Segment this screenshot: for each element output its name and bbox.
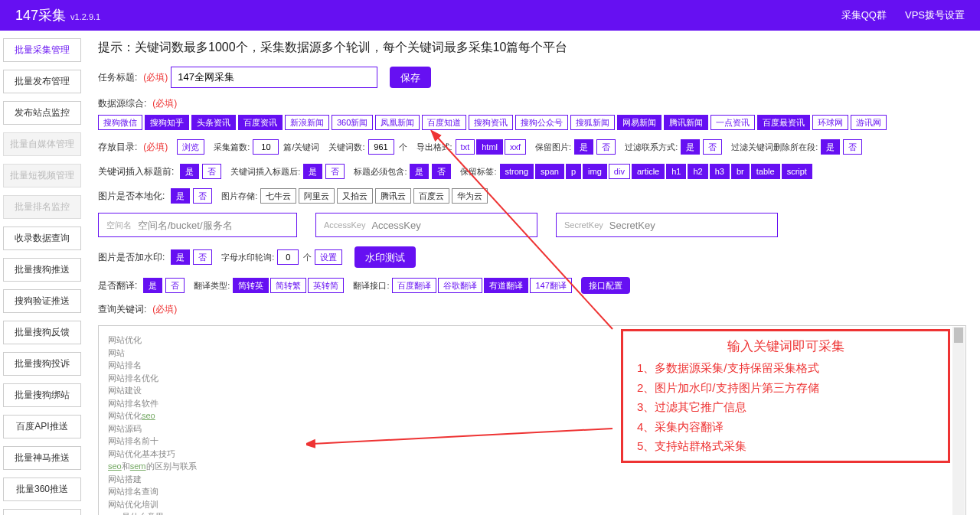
kwinsert-before-label: 关键词插入标题前: (98, 165, 174, 178)
secretkey-input-wrap: SecretKey (556, 213, 778, 237)
keepimg-yes[interactable]: 是 (574, 139, 593, 155)
storage-provider[interactable]: 阿里云 (299, 188, 335, 204)
img-local-no[interactable]: 否 (193, 188, 212, 204)
keep-tag[interactable]: table (751, 164, 780, 179)
storage-provider[interactable]: 七牛云 (260, 188, 296, 204)
keepimg-no[interactable]: 否 (596, 139, 616, 155)
wm-poll-input[interactable] (277, 249, 299, 265)
kwinsert-after-no[interactable]: 否 (325, 164, 345, 179)
storage-provider[interactable]: 华为云 (452, 188, 488, 204)
translate-api[interactable]: 有道翻译 (484, 278, 528, 293)
kwcount-input[interactable] (368, 139, 394, 155)
sidebar-item[interactable]: 批量搜狗推送 (3, 258, 81, 282)
storage-dir-label: 存放目录: (98, 141, 137, 154)
filter-del-no[interactable]: 否 (843, 139, 862, 155)
filter-contact-no[interactable]: 否 (703, 139, 722, 155)
source-tag[interactable]: 搜狗公众号 (515, 115, 568, 130)
source-tag[interactable]: 百度资讯 (238, 115, 283, 130)
format-tag[interactable]: xxf (505, 139, 526, 155)
source-tag[interactable]: 搜狗微信 (98, 115, 142, 130)
keywords-textarea[interactable]: 网站优化网站网站排名网站排名优化网站建设网站排名软件网站优化seo网站源码网站排… (98, 325, 966, 515)
sidebar-item[interactable]: 批量采集管理 (3, 38, 81, 62)
keep-tag[interactable]: img (583, 164, 607, 179)
keep-tag[interactable]: p (566, 164, 581, 179)
translate-type[interactable]: 英转简 (308, 278, 344, 293)
must-contain-no[interactable]: 否 (432, 164, 451, 179)
translate-api[interactable]: 百度翻译 (392, 278, 436, 293)
translate-no[interactable]: 否 (165, 278, 185, 293)
source-tag[interactable]: 百度最资讯 (757, 115, 810, 130)
source-tag[interactable]: 环球网 (812, 115, 848, 130)
keepimg-label: 保留图片: (535, 142, 571, 153)
accesskey-input[interactable] (371, 220, 529, 231)
translate-api[interactable]: 谷歌翻译 (438, 278, 482, 293)
link-vps-settings[interactable]: VPS拨号设置 (905, 8, 965, 22)
translate-type[interactable]: 简转英 (233, 278, 269, 293)
format-tag[interactable]: txt (456, 139, 475, 155)
format-tag[interactable]: html (476, 139, 503, 155)
sidebar-item[interactable]: 搜狗验证推送 (3, 289, 81, 313)
sidebar-item[interactable]: 收录数据查询 (3, 227, 81, 250)
storage-provider[interactable]: 百度云 (413, 188, 449, 204)
keep-tag[interactable]: h1 (666, 164, 686, 179)
format-label: 导出格式: (416, 142, 452, 153)
translate-yes[interactable]: 是 (143, 278, 162, 293)
sidebar-item[interactable]: 批量搜狗绑站 (3, 383, 81, 407)
keep-tags-label: 保留标签: (460, 166, 496, 178)
link-qq-group[interactable]: 采集QQ群 (841, 8, 887, 22)
source-tag[interactable]: 头条资讯 (191, 115, 236, 130)
source-tag[interactable]: 百度知道 (422, 115, 466, 130)
translate-type[interactable]: 简转繁 (270, 278, 306, 293)
browse-button[interactable]: 浏览 (177, 139, 204, 155)
sidebar-item[interactable]: 批量搜狗投诉 (3, 352, 81, 376)
filter-contact-yes[interactable]: 是 (681, 139, 700, 155)
source-tag[interactable]: 一点资讯 (710, 115, 755, 130)
storage-provider[interactable]: 腾讯云 (375, 188, 411, 204)
secretkey-input[interactable] (609, 220, 769, 231)
source-tag[interactable]: 搜狗资讯 (469, 115, 513, 130)
filter-del-yes[interactable]: 是 (821, 139, 840, 155)
scrollbar-vertical[interactable] (952, 327, 965, 515)
wm-test-button[interactable]: 水印测试 (354, 246, 416, 268)
must-contain-yes[interactable]: 是 (410, 164, 429, 179)
source-tag[interactable]: 搜狐新闻 (570, 115, 615, 130)
kwinsert-before-no[interactable]: 否 (202, 164, 221, 179)
source-tag[interactable]: 腾讯新闻 (664, 115, 708, 130)
source-tag[interactable]: 凤凰新闻 (375, 115, 420, 130)
sidebar-item[interactable]: 批量神马推送 (3, 446, 81, 470)
kwinsert-after-yes[interactable]: 是 (303, 164, 322, 179)
trans-config-button[interactable]: 接口配置 (581, 277, 630, 294)
watermark-no[interactable]: 否 (193, 249, 212, 265)
count-input[interactable] (253, 139, 279, 155)
keep-tag[interactable]: script (782, 164, 812, 179)
img-local-yes[interactable]: 是 (171, 188, 190, 204)
wm-set-button[interactable]: 设置 (315, 249, 342, 265)
source-tag[interactable]: 游讯网 (851, 115, 887, 130)
sidebar-item[interactable]: 批量360推送 (3, 478, 81, 501)
source-tag[interactable]: 新浪新闻 (285, 115, 329, 130)
translate-api[interactable]: 147翻译 (530, 278, 571, 293)
source-tag[interactable]: 网易新闻 (617, 115, 662, 130)
sidebar-item[interactable]: 批量搜狗反馈 (3, 321, 81, 344)
task-title-input[interactable] (171, 67, 377, 88)
kwinsert-before-yes[interactable]: 是 (180, 164, 199, 179)
required-marker: (必填) (143, 141, 168, 154)
keep-tag[interactable]: h3 (710, 164, 730, 179)
keep-tag[interactable]: br (731, 164, 750, 179)
sidebar-item[interactable]: 发布站点监控 (3, 101, 81, 125)
space-input[interactable] (138, 220, 289, 231)
keep-tag[interactable]: article (632, 164, 665, 179)
overlay-line: 4、采集内容翻译 (637, 417, 934, 437)
keep-tag[interactable]: strong (500, 164, 534, 179)
keep-tag[interactable]: h2 (688, 164, 707, 179)
watermark-yes[interactable]: 是 (171, 249, 190, 265)
source-tag[interactable]: 搜狗知乎 (145, 115, 189, 130)
source-tag[interactable]: 360新闻 (332, 115, 373, 130)
keep-tag[interactable]: div (609, 164, 630, 179)
sidebar-item[interactable]: 批量发布管理 (3, 70, 81, 93)
storage-provider[interactable]: 又拍云 (337, 188, 373, 204)
sidebar-item[interactable]: 链接生成工具 (3, 509, 81, 515)
keep-tag[interactable]: span (535, 164, 564, 179)
sidebar-item[interactable]: 百度API推送 (3, 415, 81, 438)
save-button[interactable]: 保存 (390, 67, 431, 88)
